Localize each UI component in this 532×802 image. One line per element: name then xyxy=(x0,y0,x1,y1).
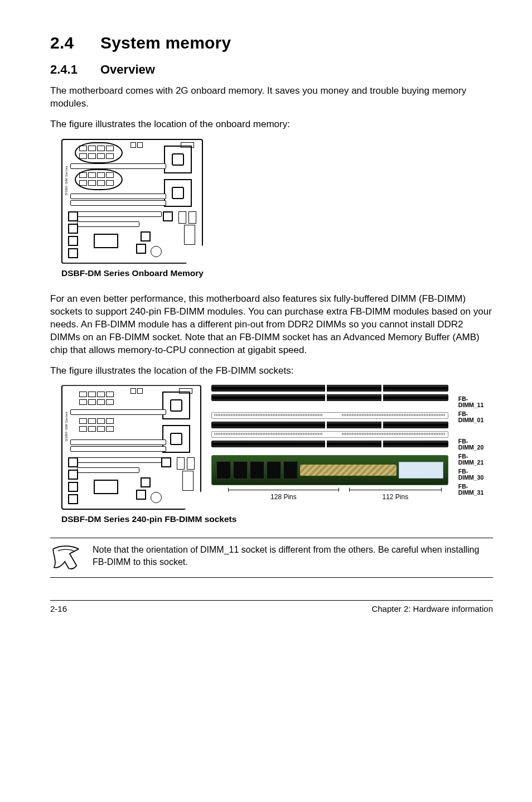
slot-icon xyxy=(77,467,139,473)
chip-icon xyxy=(181,142,194,148)
dimm-bar-filled xyxy=(211,394,448,401)
module-sticker-icon xyxy=(399,462,443,479)
slot-icon xyxy=(70,194,166,199)
slot-icon xyxy=(70,446,166,452)
chip-icon xyxy=(68,248,78,258)
chip-icon xyxy=(136,244,146,254)
subsection-number: 2.4.1 xyxy=(50,62,100,77)
note-text: Note that the orientation of DIMM_11 soc… xyxy=(93,544,491,568)
onboard-dimm-pair xyxy=(79,426,114,432)
paragraph: The motherboard comes with 2G onboard me… xyxy=(50,85,493,110)
dimm-label: FB-DIMM_31 xyxy=(458,484,493,495)
dimm-illustration-column: 128 Pins 112 Pins xyxy=(211,385,448,501)
page: 2.4System memory 2.4.1Overview The mothe… xyxy=(0,0,532,630)
chip-icon xyxy=(94,480,118,494)
paragraph: The figure illustrates the location of t… xyxy=(50,118,493,131)
note-box: Note that the orientation of DIMM_11 soc… xyxy=(50,538,493,578)
dimm-bars xyxy=(211,385,448,447)
chip-icon xyxy=(94,234,118,248)
motherboard-outline: DSBF-DM Series xyxy=(61,139,203,264)
chip-icon xyxy=(68,482,78,492)
onboard-dimm-pair xyxy=(79,399,114,405)
slot-icon xyxy=(77,221,139,227)
slot-icon xyxy=(77,457,162,463)
port-icon xyxy=(188,211,196,224)
dimm-bar-filled xyxy=(211,422,448,428)
memory-chip-icon xyxy=(250,461,264,479)
dimm-label: FB-DIMM_21 xyxy=(458,453,493,465)
chip-icon xyxy=(161,457,171,467)
dimm-bar-filled xyxy=(211,385,448,392)
onboard-dimm-pair xyxy=(79,418,114,424)
subsection-heading: 2.4.1Overview xyxy=(50,62,493,77)
footer-chapter: Chapter 2: Hardware information xyxy=(371,604,493,613)
chip-icon xyxy=(179,388,192,394)
figure-caption: DSBF-DM Series 240-pin FB-DIMM sockets xyxy=(61,514,493,524)
slot-icon xyxy=(70,439,166,445)
chip-icon xyxy=(137,142,143,148)
chip-icon xyxy=(130,388,136,394)
battery-icon xyxy=(151,492,162,503)
dimm-labels: FB-DIMM_11 FB-DIMM_01 FB-DIMM_20 FB-DIMM… xyxy=(458,385,493,511)
chip-icon xyxy=(163,211,173,221)
cpu-socket-icon xyxy=(162,425,190,453)
memory-chip-icon xyxy=(283,461,298,479)
subsection-title: Overview xyxy=(100,62,155,76)
port-icon xyxy=(178,211,186,224)
chip-icon xyxy=(68,211,78,221)
chip-icon xyxy=(130,142,136,148)
slot-icon xyxy=(70,163,166,169)
cpu-socket-icon xyxy=(164,179,192,207)
dimm-label: FB-DIMM_20 xyxy=(458,438,493,450)
memory-chip-icon xyxy=(267,461,281,479)
port-icon xyxy=(187,457,195,470)
dimm-bar-hollow xyxy=(211,431,448,438)
memory-chip-icon xyxy=(216,461,231,479)
pins-right: 112 Pins xyxy=(382,493,408,501)
pins-left: 128 Pins xyxy=(270,493,297,501)
chip-icon xyxy=(68,470,78,480)
figure-onboard-memory: DSBF-DM Series xyxy=(61,139,493,264)
dimm-bar-filled xyxy=(211,441,448,447)
memory-highlight-icon xyxy=(75,169,123,190)
onboard-dimm-pair xyxy=(79,392,114,397)
motherboard-outline: DSBF-DM Series xyxy=(61,385,201,510)
paragraph: The figure illustrates the location of t… xyxy=(50,365,493,378)
memory-highlight-icon xyxy=(75,142,123,163)
note-icon xyxy=(50,544,81,572)
footer: 2-16 Chapter 2: Hardware information xyxy=(50,600,493,613)
chip-icon xyxy=(68,236,78,246)
chip-icon xyxy=(137,388,143,394)
chip-icon xyxy=(68,494,78,504)
section-number: 2.4 xyxy=(50,33,100,52)
pin-legend: 128 Pins 112 Pins xyxy=(211,487,448,501)
battery-icon xyxy=(151,246,162,257)
chip-icon xyxy=(141,231,151,241)
board-model-label: DSBF-DM Series xyxy=(65,412,68,441)
port-icon xyxy=(177,457,185,470)
dimm-label: FB-DIMM_30 xyxy=(458,468,493,480)
slot-icon xyxy=(77,211,162,217)
port-icon xyxy=(184,225,195,245)
port-icon xyxy=(182,471,194,491)
figure-fbdimm-sockets: DSBF-DM Series xyxy=(61,385,493,511)
chip-icon xyxy=(141,477,151,487)
chip-icon xyxy=(68,224,78,234)
chip-icon xyxy=(68,457,78,467)
chip-icon xyxy=(136,490,146,500)
memory-chip-icon xyxy=(233,461,248,479)
section-heading: 2.4System memory xyxy=(50,33,493,52)
paragraph: For an even better performance, this mot… xyxy=(50,293,493,357)
section-title: System memory xyxy=(100,33,231,52)
figure-caption: DSBF-DM Series Onboard Memory xyxy=(61,268,493,278)
board-model-label: DSBF-DM Series xyxy=(65,166,68,195)
memory-module-icon xyxy=(211,455,448,485)
dimm-label: FB-DIMM_01 xyxy=(458,411,493,423)
heatsink-icon xyxy=(300,465,396,476)
footer-page-number: 2-16 xyxy=(50,604,67,613)
dimm-label: FB-DIMM_11 xyxy=(458,396,493,408)
dimm-bar-hollow xyxy=(211,412,448,419)
slot-icon xyxy=(70,409,166,415)
slot-icon xyxy=(70,200,166,206)
cpu-socket-icon xyxy=(164,146,192,173)
